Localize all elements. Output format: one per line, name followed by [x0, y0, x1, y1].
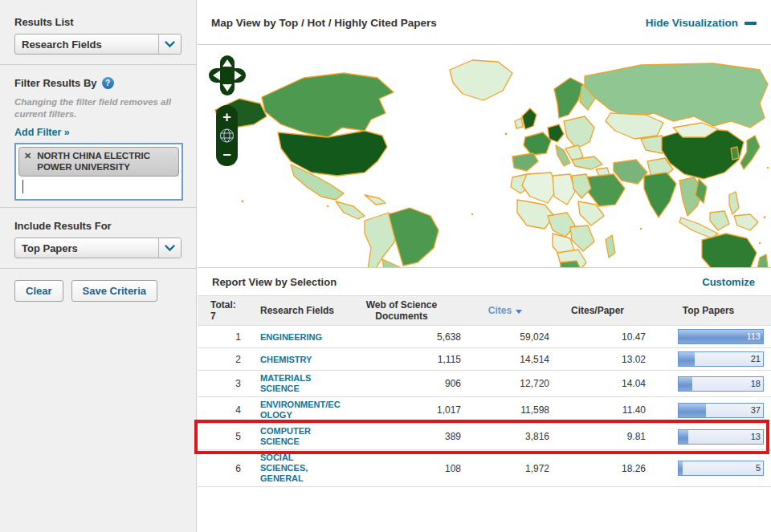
research-field-link[interactable]: COMPUTER SCIENCE	[260, 426, 341, 447]
total-header: Total: 7	[198, 296, 244, 325]
region-philippines[interactable]	[729, 192, 739, 214]
sidebar: Results List Research Fields Filter Resu…	[0, 0, 197, 532]
remove-filter-icon[interactable]: ✕	[24, 150, 31, 173]
filter-note: Changing the filter field removes all cu…	[14, 96, 175, 120]
research-field-link[interactable]: MATERIALS SCIENCE	[260, 373, 341, 394]
top-papers-value: 5	[756, 463, 761, 473]
research-field-link[interactable]: ENVIRONMENT/ECOLOGY	[260, 400, 341, 420]
research-field-link[interactable]: SOCIAL SCIENCES, GENERAL	[260, 453, 341, 484]
region-japan[interactable]	[740, 136, 760, 169]
web-of-science-report-page: Results List Research Fields Filter Resu…	[0, 0, 771, 532]
top-papers-bar-fill	[679, 404, 706, 417]
map-view-title: Map View by Top / Hot / Highly Cited Pap…	[211, 17, 437, 29]
map-controls: + −	[209, 55, 246, 184]
results-list-dropdown-button[interactable]	[158, 35, 181, 54]
region-borneo[interactable]	[710, 211, 729, 230]
table-row[interactable]: 6 SOCIAL SCIENCES, GENERAL 108 1,972 18.…	[198, 450, 771, 487]
row-documents: 1,115	[342, 354, 461, 365]
row-cites-per-paper: 10.47	[549, 331, 646, 343]
chevron-down-icon	[165, 245, 175, 252]
top-papers-value: 37	[751, 405, 761, 415]
region-ireland[interactable]	[515, 118, 523, 128]
region-uk[interactable]	[522, 108, 536, 129]
zoom-in-button[interactable]: +	[222, 109, 231, 125]
region-saudi-arabia[interactable]	[585, 174, 625, 206]
include-results-heading: Include Results For	[14, 220, 112, 232]
row-cites-per-paper: 13.02	[549, 354, 646, 365]
row-cites: 11,598	[461, 404, 549, 416]
research-field-link[interactable]: CHEMISTRY	[260, 355, 341, 365]
region-east-europe[interactable]	[564, 116, 594, 148]
table-row[interactable]: 4 ENVIRONMENT/ECOLOGY 1,017 11,598 11.40…	[198, 397, 771, 424]
top-papers-bar-fill	[679, 461, 683, 475]
row-rank: 5	[198, 431, 244, 442]
region-france[interactable]	[524, 132, 551, 155]
filter-input-box[interactable]: ✕ NORTH CHINA ELECTRIC POWER UNIVERSITY	[14, 143, 183, 201]
region-libya[interactable]	[553, 174, 575, 205]
zoom-out-button[interactable]: −	[222, 147, 231, 163]
row-cites-per-paper: 18.26	[549, 463, 646, 474]
help-icon[interactable]: ?	[102, 77, 114, 89]
top-papers-value: 13	[751, 432, 761, 441]
filter-chip-label: NORTH CHINA ELECTRIC POWER UNIVERSITY	[37, 150, 173, 173]
hide-visualization-label: Hide Visualization	[646, 17, 738, 29]
documents-header: Web of Science Documents	[342, 296, 461, 325]
row-rank: 1	[198, 331, 244, 343]
top-papers-header: Top Papers	[646, 302, 771, 319]
row-rank: 3	[198, 378, 244, 389]
filter-results-heading: Filter Results By	[14, 77, 97, 89]
region-korea[interactable]	[731, 147, 739, 160]
top-papers-bar: 37	[678, 403, 764, 418]
region-spain[interactable]	[512, 153, 538, 171]
region-central-america[interactable]	[336, 201, 365, 219]
row-cites-per-paper: 11.40	[549, 404, 646, 416]
region-greenland[interactable]	[450, 60, 512, 100]
customize-link[interactable]: Customize	[702, 276, 755, 288]
row-rank: 2	[198, 354, 244, 365]
sidebar-divider	[0, 64, 197, 65]
pan-control[interactable]	[209, 55, 246, 95]
include-results-dropdown-value: Top Papers	[15, 242, 158, 254]
results-list-heading: Results List	[14, 16, 74, 28]
main-panel: Map View by Top / Hot / Highly Cited Pap…	[198, 0, 771, 532]
results-list-dropdown[interactable]: Research Fields	[14, 34, 182, 55]
cites-sort-header[interactable]: Cites	[461, 302, 549, 319]
region-west-africa[interactable]	[517, 200, 554, 229]
include-results-dropdown-button[interactable]	[158, 238, 181, 258]
top-papers-bar-fill	[679, 352, 695, 366]
region-new-guinea[interactable]	[734, 214, 758, 230]
region-madagascar[interactable]	[606, 235, 615, 258]
hide-visualization-link[interactable]: Hide Visualization	[646, 17, 757, 29]
row-documents: 906	[342, 378, 461, 389]
region-caribbean[interactable]	[365, 195, 386, 205]
region-canada[interactable]	[262, 73, 394, 137]
region-germany[interactable]	[548, 124, 564, 142]
save-criteria-button[interactable]: Save Criteria	[71, 280, 158, 302]
add-filter-link[interactable]: Add Filter »	[14, 127, 70, 138]
region-india[interactable]	[644, 173, 676, 217]
row-cites: 59,024	[461, 331, 549, 343]
include-results-dropdown[interactable]: Top Papers	[14, 238, 182, 258]
table-body: 1 ENGINEERING 5,638 59,024 10.47 113 2 C…	[198, 326, 771, 487]
table-row[interactable]: 1 ENGINEERING 5,638 59,024 10.47 113	[198, 326, 771, 348]
research-field-link[interactable]: ENGINEERING	[260, 332, 341, 343]
row-rank: 6	[198, 463, 244, 474]
region-kazakhstan[interactable]	[606, 113, 663, 139]
sidebar-divider	[0, 268, 197, 269]
zoom-control[interactable]: + −	[216, 105, 238, 166]
region-algeria[interactable]	[522, 173, 557, 203]
region-brazil[interactable]	[389, 208, 439, 266]
region-east-africa[interactable]	[570, 225, 594, 251]
table-row[interactable]: 2 CHEMISTRY 1,115 14,514 13.02 21	[198, 348, 771, 371]
results-list-dropdown-value: Research Fields	[15, 39, 158, 51]
choropleth-map-svg	[207, 47, 769, 280]
top-papers-bar: 5	[678, 461, 764, 476]
clear-button[interactable]: Clear	[14, 280, 63, 302]
top-papers-bar: 18	[678, 376, 764, 392]
filter-chip[interactable]: ✕ NORTH CHINA ELECTRIC POWER UNIVERSITY	[18, 147, 179, 177]
region-scandinavia[interactable]	[554, 78, 583, 118]
text-cursor	[22, 180, 23, 193]
report-view-title: Report View by Selection	[212, 276, 337, 288]
table-row[interactable]: 3 MATERIALS SCIENCE 906 12,720 14.04 18	[198, 371, 771, 397]
table-row[interactable]: 5 COMPUTER SCIENCE 389 3,816 9.81 13	[198, 424, 771, 450]
